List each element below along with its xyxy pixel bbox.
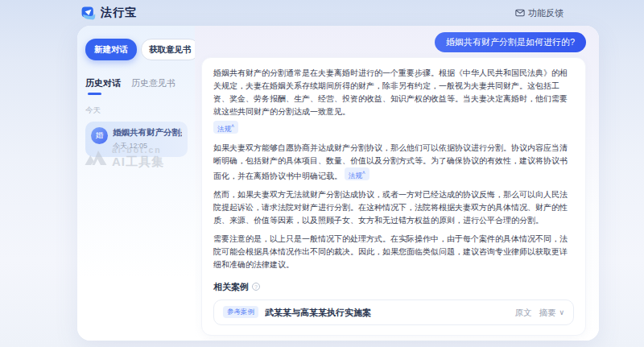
answer-paragraph: 如果夫妻双方能够自愿协商并达成财产分割协议，那么他们可以依据协议进行分割。协议内… xyxy=(213,142,574,183)
feedback-label: 功能反馈 xyxy=(528,7,564,19)
case-card[interactable]: 参考案例 武某某与高某某执行实施案 原文 摘要 ∨ xyxy=(213,299,574,325)
conversation-list-item[interactable]: 婚 婚姻共有财产分割是如何... 今天 12:05 xyxy=(85,122,188,157)
chat-area: 婚姻共有财产分割是如何进行的? 婚姻共有财产的分割通常是在夫妻离婚时进行的一个重… xyxy=(195,26,599,341)
conversation-avatar: 婚 xyxy=(91,127,108,144)
new-chat-button[interactable]: 新建对话 xyxy=(85,39,137,60)
brand: 法行宝 xyxy=(80,6,137,21)
feedback-link[interactable]: 功能反馈 xyxy=(515,7,564,19)
law-reference-tag[interactable]: 法规˄ xyxy=(345,167,369,180)
tab-history-chats[interactable]: 历史对话 xyxy=(85,77,121,95)
answer-paragraph: 需要注意的是，以上只是一般情况下的处理方式。在实际操作中，由于每个案件的具体情况… xyxy=(213,233,574,271)
answer-paragraph: 然而，如果夫妻双方无法就财产分割达成协议，或者一方对已经达成的协议反悔，那么可以… xyxy=(213,188,574,227)
chevron-down-icon[interactable]: ∨ xyxy=(559,306,564,319)
case-name: 武某某与高某某执行实施案 xyxy=(265,306,508,319)
watermark-line2: AI工具集 xyxy=(112,155,164,170)
case-summary-link[interactable]: 摘要 xyxy=(539,306,555,319)
top-header: 法行宝 功能反馈 xyxy=(0,0,644,26)
app-logo-icon xyxy=(80,6,96,21)
history-group-label: 今天 xyxy=(85,105,188,116)
answer-paragraphs: 婚姻共有财产的分割通常是在夫妻离婚时进行的一个重要步骤。根据《中华人民共和国民法… xyxy=(213,67,574,271)
info-icon[interactable]: ? xyxy=(252,283,260,291)
related-cases-title: 相关案例 xyxy=(213,280,249,293)
sidebar: 新建对话 获取意见书 历史对话 历史意见书 今天 婚 婚姻共有财产分割是如何..… xyxy=(77,26,195,341)
assistant-message: 婚姻共有财产的分割通常是在夫妻离婚时进行的一个重要步骤。根据《中华人民共和国民法… xyxy=(201,57,586,336)
related-cases-heading: 相关案例 ? xyxy=(213,280,574,293)
tab-history-opinions[interactable]: 历史意见书 xyxy=(131,77,175,95)
get-opinion-button[interactable]: 获取意见书 xyxy=(141,39,200,60)
user-message-bubble: 婚姻共有财产分割是如何进行的? xyxy=(435,32,586,52)
main-panel: 新建对话 获取意见书 历史对话 历史意见书 今天 婚 婚姻共有财产分割是如何..… xyxy=(77,26,599,341)
conversation-title: 婚姻共有财产分割是如何... xyxy=(113,127,182,138)
answer-paragraph: 婚姻共有财产的分割通常是在夫妻离婚时进行的一个重要步骤。根据《中华人民共和国民法… xyxy=(213,67,574,136)
case-original-link[interactable]: 原文 xyxy=(514,306,531,319)
conversation-time: 今天 12:05 xyxy=(113,141,182,151)
sidebar-tabs: 历史对话 历史意见书 xyxy=(85,77,188,95)
envelope-icon xyxy=(515,9,525,17)
law-reference-tag[interactable]: 法规˄ xyxy=(213,121,238,134)
case-badge: 参考案例 xyxy=(223,306,258,318)
app-title: 法行宝 xyxy=(101,6,137,20)
